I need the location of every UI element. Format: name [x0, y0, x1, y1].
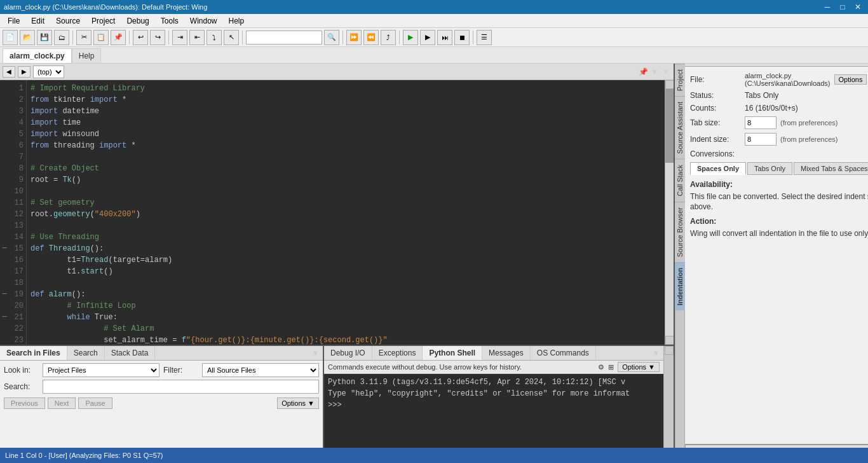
tab-python-shell[interactable]: Python Shell	[423, 346, 482, 360]
tab-stack-data[interactable]: Stack Data	[105, 346, 156, 360]
scroll-down-btn[interactable]: ▼	[665, 336, 674, 345]
tab-size-input[interactable]	[745, 116, 776, 129]
editor-scrollbar[interactable]: ▲ ▼	[665, 80, 674, 345]
side-tab-project[interactable]: Project	[675, 64, 685, 96]
shell-prompt[interactable]: >>>	[328, 399, 660, 411]
shell-tab-menu-button[interactable]: ▼	[649, 347, 663, 359]
shell-gear-icon[interactable]: ⚙	[598, 363, 604, 371]
indentation-scroll-up[interactable]: ▲	[665, 346, 674, 355]
pause-button[interactable]: Pause	[78, 397, 112, 409]
availability-section: Availability: This file can be converted…	[690, 180, 868, 212]
search-tab-menu-button[interactable]: ▼	[308, 347, 323, 359]
cut-button[interactable]: ✂	[76, 30, 92, 45]
redo-button[interactable]: ↪	[150, 30, 165, 45]
titlebar-controls: ─ □ ✕	[821, 2, 864, 12]
close-editor-icon[interactable]: ✕	[661, 67, 671, 77]
menu-window[interactable]: Window	[185, 15, 222, 27]
tab-os-commands[interactable]: OS Commands	[531, 346, 596, 360]
search-options-button[interactable]: Options ▼	[277, 397, 319, 409]
action-title: Action:	[690, 217, 868, 226]
outdent-button[interactable]: ⇤	[189, 30, 205, 45]
debug-all-button[interactable]: ⏭	[437, 30, 452, 45]
jump-forward-button[interactable]: ⏩	[346, 30, 362, 45]
code-line-20: # Infinite Loop	[31, 300, 661, 312]
paste-button[interactable]: 📌	[111, 30, 126, 45]
indent-button[interactable]: ⇥	[172, 30, 187, 45]
maximize-button[interactable]: □	[836, 2, 849, 12]
menu-file[interactable]: File	[3, 15, 25, 27]
menu-project[interactable]: Project	[86, 15, 120, 27]
mark-7	[0, 151, 9, 162]
status-row: Status: Tabs Only	[690, 91, 868, 100]
side-tab-source-browser[interactable]: Source Browser	[675, 202, 685, 262]
tab-exceptions[interactable]: Exceptions	[372, 346, 423, 360]
menu-source[interactable]: Source	[51, 15, 85, 27]
look-in-row: Look in: Project Files Filter: All Sourc…	[4, 363, 319, 377]
close-button[interactable]: ✕	[851, 2, 864, 12]
mark-11	[0, 197, 9, 208]
open-file-button[interactable]: 📂	[20, 30, 35, 45]
function-selector[interactable]: (top)	[33, 66, 64, 78]
scroll-track[interactable]	[665, 89, 674, 336]
expand-icon[interactable]: ▼	[649, 67, 660, 77]
stop-button[interactable]: ⏹	[454, 30, 470, 45]
indent-size-row: Indent size: (from preferences)	[690, 133, 868, 146]
code-editor[interactable]: # Import Required Library from tkinter i…	[27, 80, 665, 345]
conv-tab-tabs-only[interactable]: Tabs Only	[747, 162, 792, 175]
next-button[interactable]: Next	[48, 397, 76, 409]
tab-messages[interactable]: Messages	[482, 346, 531, 360]
mark-2	[0, 94, 9, 106]
search-controls: Look in: Project Files Filter: All Sourc…	[0, 361, 323, 396]
shell-layout-icon[interactable]: ⊞	[608, 363, 614, 371]
tab-help[interactable]: Help	[72, 48, 102, 63]
workspace: ◀ ▶ (top) 📌 ▼ ✕	[0, 64, 868, 463]
previous-button[interactable]: Previous	[4, 397, 45, 409]
tab-debug-io[interactable]: Debug I/O	[324, 346, 372, 360]
menu-tools[interactable]: Tools	[156, 15, 184, 27]
debug-button[interactable]: ▶	[420, 30, 435, 45]
next-location-button[interactable]: ▶	[18, 66, 31, 78]
side-tab-indentation[interactable]: Indentation	[675, 262, 685, 310]
indentation-side-scroll[interactable]: ▲ ▼	[663, 346, 674, 463]
menu-edit[interactable]: Edit	[26, 15, 50, 27]
search-input[interactable]	[43, 380, 319, 394]
run-project-button[interactable]: ▶	[403, 30, 418, 45]
hamburger-button[interactable]: ☰	[477, 30, 492, 45]
save-all-button[interactable]: 🗂	[54, 30, 69, 45]
prev-location-button[interactable]: ◀	[3, 66, 15, 78]
options-button[interactable]: Options	[834, 74, 867, 85]
shell-content[interactable]: Python 3.11.9 (tags/v3.11.9:de54cf5, Apr…	[324, 374, 663, 454]
menubar: File Edit Source Project Debug Tools Win…	[0, 14, 868, 28]
pin-icon[interactable]: 📌	[638, 67, 648, 77]
save-file-button[interactable]: 💾	[37, 30, 52, 45]
jump-button[interactable]: ⤵	[207, 30, 222, 45]
jump-def-button[interactable]: ⤴	[381, 30, 396, 45]
menu-help[interactable]: Help	[224, 15, 250, 27]
scroll-up-btn[interactable]: ▲	[665, 80, 674, 89]
tab-search[interactable]: Search	[67, 346, 105, 360]
look-in-select[interactable]: Project Files	[43, 363, 159, 377]
search-button[interactable]: 🔍	[324, 30, 339, 45]
menu-debug[interactable]: Debug	[121, 15, 154, 27]
toolbar-search-input[interactable]	[246, 31, 322, 45]
mark-5	[0, 128, 9, 140]
tab-alarm-clock[interactable]: alarm_clock.py	[3, 48, 72, 63]
tab-search-in-files[interactable]: Search in Files	[0, 346, 67, 360]
code-line-18	[31, 277, 661, 289]
jump-back-button[interactable]: ⏪	[363, 30, 379, 45]
minimize-button[interactable]: ─	[821, 2, 834, 12]
copy-button[interactable]: 📋	[93, 30, 109, 45]
conv-tab-spaces-only[interactable]: Spaces Only	[690, 162, 746, 175]
shell-tabs: Debug I/O Exceptions Python Shell Messag…	[324, 346, 663, 361]
mark-17	[0, 265, 9, 277]
filter-select[interactable]: All Source Files	[202, 363, 319, 377]
undo-button[interactable]: ↩	[133, 30, 148, 45]
new-file-button[interactable]: 📄	[3, 30, 18, 45]
side-tab-source-assistant[interactable]: Source Assistant	[675, 96, 685, 159]
conv-tab-mixed[interactable]: Mixed Tabs & Spaces	[794, 162, 868, 175]
side-tab-call-stack[interactable]: Call Stack	[675, 159, 685, 202]
select-tool-button[interactable]: ↖	[224, 30, 239, 45]
mark-4	[0, 117, 9, 128]
shell-options-button[interactable]: Options ▼	[618, 362, 660, 372]
indent-size-input[interactable]	[745, 133, 776, 146]
